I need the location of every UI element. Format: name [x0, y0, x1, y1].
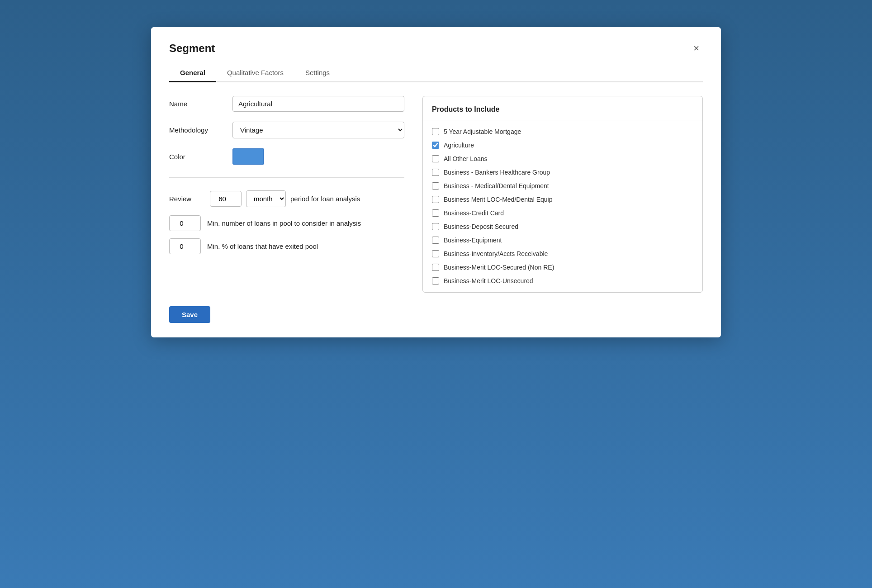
products-title: Products to Include — [423, 105, 702, 120]
product-name: Business-Inventory/Accts Receivable — [444, 250, 693, 257]
review-number-input[interactable] — [210, 191, 242, 207]
product-name: 5 Year Adjustable Mortgage — [444, 128, 693, 135]
modal-dialog: Segment × General Qualitative Factors Se… — [151, 27, 721, 337]
product-name: Business Merit LOC-Med/Dental Equip — [444, 196, 693, 203]
tab-general[interactable]: General — [169, 64, 216, 82]
tab-qualitative-factors[interactable]: Qualitative Factors — [216, 64, 294, 82]
product-name: Agriculture — [444, 142, 693, 149]
review-unit-select[interactable]: month year — [246, 190, 286, 207]
product-name: All Other Loans — [444, 155, 693, 162]
color-label: Color — [169, 153, 232, 161]
product-item: Business-Merit LOC-Unsecured — [432, 274, 693, 288]
products-list: 5 Year Adjustable MortgageAgricultureAll… — [423, 120, 702, 292]
product-checkbox[interactable] — [432, 277, 439, 285]
product-item: 5 Year Adjustable Mortgage — [432, 125, 693, 138]
product-checkbox[interactable] — [432, 128, 439, 135]
name-label: Name — [169, 100, 232, 108]
product-item: Business - Medical/Dental Equipment — [432, 179, 693, 193]
product-checkbox[interactable] — [432, 223, 439, 230]
product-item: All Other Loans — [432, 152, 693, 166]
min-exit-label: Min. % of loans that have exited pool — [207, 242, 318, 250]
min-loans-row: Min. number of loans in pool to consider… — [169, 215, 404, 231]
product-name: Business-Deposit Secured — [444, 223, 693, 230]
methodology-select[interactable]: Vintage Loss Rate Migration — [232, 122, 404, 138]
product-item: Business-Inventory/Accts Receivable — [432, 247, 693, 261]
product-name: Business-Merit LOC-Unsecured — [444, 277, 693, 285]
product-checkbox[interactable] — [432, 250, 439, 257]
product-item: Agriculture — [432, 138, 693, 152]
name-input[interactable] — [232, 96, 404, 112]
product-checkbox[interactable] — [432, 142, 439, 149]
product-checkbox[interactable] — [432, 264, 439, 271]
min-loans-label: Min. number of loans in pool to consider… — [207, 219, 361, 227]
name-row: Name — [169, 96, 404, 112]
product-checkbox[interactable] — [432, 169, 439, 176]
product-name: Business-Equipment — [444, 237, 693, 244]
products-panel: Products to Include 5 Year Adjustable Mo… — [422, 96, 703, 293]
product-checkbox[interactable] — [432, 182, 439, 190]
product-item: Business-Deposit Secured — [432, 220, 693, 233]
product-checkbox[interactable] — [432, 209, 439, 217]
product-item: Business Merit LOC-Med/Dental Equip — [432, 193, 693, 206]
modal-body: Name Methodology Vintage Loss Rate Migra… — [169, 96, 703, 293]
modal-title: Segment — [169, 42, 215, 55]
min-loans-input[interactable] — [169, 215, 201, 231]
product-checkbox[interactable] — [432, 196, 439, 203]
color-row: Color — [169, 148, 404, 165]
product-checkbox[interactable] — [432, 155, 439, 162]
modal-footer: Save — [169, 306, 703, 323]
product-name: Business - Bankers Healthcare Group — [444, 169, 693, 176]
color-swatch[interactable] — [232, 148, 264, 165]
tabs-container: General Qualitative Factors Settings — [169, 64, 703, 82]
min-exit-input[interactable] — [169, 238, 201, 254]
product-name: Business-Credit Card — [444, 209, 693, 217]
save-button[interactable]: Save — [169, 306, 210, 323]
divider — [169, 177, 404, 178]
review-label: Review — [169, 195, 205, 203]
review-row: Review month year period for loan analys… — [169, 190, 404, 207]
review-suffix: period for loan analysis — [290, 195, 360, 203]
product-item: Business-Credit Card — [432, 206, 693, 220]
product-item: Business-Merit LOC-Secured (Non RE) — [432, 261, 693, 274]
product-item: Business-Equipment — [432, 233, 693, 247]
close-button[interactable]: × — [690, 42, 703, 55]
left-panel: Name Methodology Vintage Loss Rate Migra… — [169, 96, 404, 293]
product-checkbox[interactable] — [432, 237, 439, 244]
tab-settings[interactable]: Settings — [294, 64, 341, 82]
product-item: Business - Bankers Healthcare Group — [432, 166, 693, 179]
product-name: Business - Medical/Dental Equipment — [444, 182, 693, 190]
modal-overlay: Segment × General Qualitative Factors Se… — [151, 27, 721, 337]
methodology-row: Methodology Vintage Loss Rate Migration — [169, 122, 404, 138]
min-exit-row: Min. % of loans that have exited pool — [169, 238, 404, 254]
methodology-label: Methodology — [169, 126, 232, 134]
product-name: Business-Merit LOC-Secured (Non RE) — [444, 264, 693, 271]
modal-header: Segment × — [169, 42, 703, 55]
